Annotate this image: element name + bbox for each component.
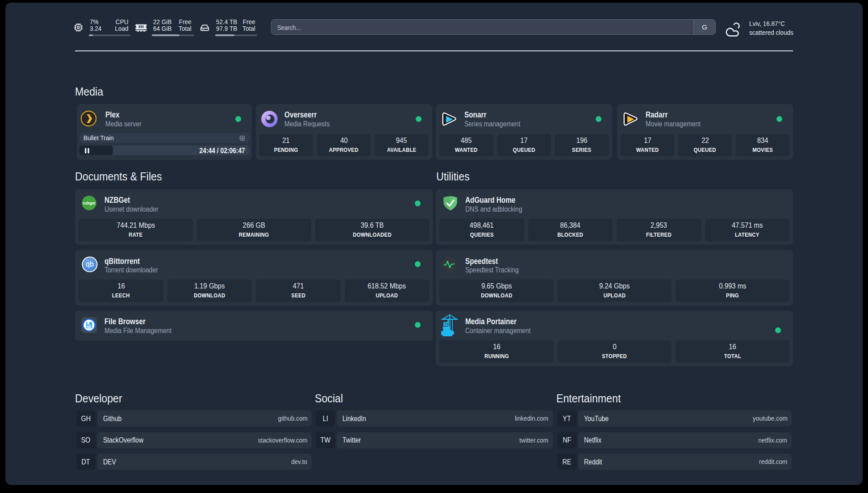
svg-text:nzbget: nzbget — [83, 201, 95, 205]
svg-text:qb: qb — [86, 261, 94, 268]
